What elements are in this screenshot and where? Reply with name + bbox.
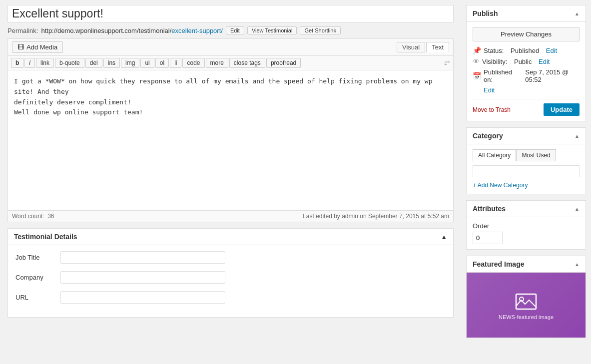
- category-box: Category ▲ All Category Most Used + Add …: [466, 127, 586, 194]
- pin-icon: 📌: [473, 46, 481, 54]
- category-title: Category: [473, 132, 503, 140]
- published-row: 📅 Published on: Sep 7, 2015 @ 05:52: [473, 68, 580, 83]
- post-title-input[interactable]: [7, 5, 454, 22]
- del-button[interactable]: del: [85, 58, 102, 68]
- code-button[interactable]: code: [182, 58, 204, 68]
- view-testimonial-button[interactable]: View Testimonial: [247, 26, 297, 34]
- publish-actions: Move to Trash Update: [473, 99, 580, 116]
- editor-wrap: 🎞 Add Media Visual Text b i link b-quote…: [7, 38, 454, 222]
- link-button[interactable]: link: [36, 58, 54, 68]
- sidebar: Publish ▲ Preview Changes 📌 Status: Publ…: [461, 0, 591, 364]
- publish-chevron-icon: ▲: [575, 11, 580, 16]
- expand-icon[interactable]: ⥂: [444, 59, 450, 67]
- status-value: Published: [511, 47, 539, 54]
- visibility-edit-link[interactable]: Edit: [539, 58, 550, 65]
- category-search-input[interactable]: [473, 165, 580, 177]
- most-used-tab[interactable]: Most Used: [516, 149, 556, 161]
- publish-box-header[interactable]: Publish ▲: [467, 5, 586, 22]
- attributes-box-body: Order: [467, 217, 586, 249]
- featured-image-box: Featured Image ▲ NEWS-featured image: [466, 256, 586, 338]
- status-edit-link[interactable]: Edit: [546, 47, 557, 54]
- li-button[interactable]: li: [170, 58, 181, 68]
- format-toolbar: b i link b-quote del ins img ul ol li co…: [8, 56, 453, 70]
- attributes-title: Attributes: [473, 205, 506, 213]
- text-tab[interactable]: Text: [426, 42, 449, 52]
- view-tabs: Visual Text: [397, 42, 449, 52]
- last-edited: Last edited by admin on September 7, 201…: [303, 213, 449, 220]
- permalink-url[interactable]: http://demo.wponlinesupport.com/testimon…: [41, 27, 222, 34]
- bold-button[interactable]: b: [11, 58, 23, 68]
- media-icon: 🎞: [17, 43, 24, 51]
- url-row: URL: [15, 291, 446, 304]
- more-button[interactable]: more: [206, 58, 228, 68]
- svg-rect-0: [516, 294, 536, 309]
- featured-image-title: Featured Image: [473, 260, 524, 268]
- visibility-label: Visibility:: [482, 58, 507, 65]
- move-to-trash-link[interactable]: Move to Trash: [473, 106, 511, 113]
- featured-image-body: NEWS-featured image: [467, 273, 586, 338]
- italic-button[interactable]: i: [24, 58, 35, 68]
- add-media-button[interactable]: 🎞 Add Media: [12, 41, 63, 53]
- featured-image-label: NEWS-featured image: [499, 314, 554, 320]
- url-label: URL: [15, 294, 55, 301]
- get-shortlink-button[interactable]: Get Shortlink: [300, 26, 341, 34]
- add-new-category-link[interactable]: + Add New Category: [473, 182, 528, 189]
- testimonial-details-body: Job Title Company URL: [8, 245, 453, 317]
- ul-button[interactable]: ul: [140, 58, 154, 68]
- ins-button[interactable]: ins: [103, 58, 120, 68]
- attributes-box: Attributes ▲ Order: [466, 200, 586, 250]
- company-input[interactable]: [60, 271, 225, 284]
- permalink-label: Permalink:: [7, 27, 38, 34]
- publish-title: Publish: [473, 9, 498, 17]
- attributes-chevron-icon: ▲: [575, 206, 580, 212]
- visibility-value: Public: [514, 58, 532, 65]
- permalink-row: Permalink: http://demo.wponlinesupport.c…: [7, 26, 454, 34]
- url-input[interactable]: [60, 291, 225, 304]
- editor-footer: Word count: 36 Last edited by admin on S…: [8, 210, 453, 222]
- visibility-row: 👁 Visibility: Public Edit: [473, 57, 580, 65]
- publish-box: Publish ▲ Preview Changes 📌 Status: Publ…: [466, 5, 586, 121]
- status-label: Status:: [484, 47, 504, 54]
- published-edit-link[interactable]: Edit: [484, 86, 495, 94]
- order-label: Order: [473, 222, 580, 230]
- featured-image-chevron-icon: ▲: [575, 262, 580, 267]
- published-date: Sep 7, 2015 @ 05:52: [525, 68, 580, 83]
- editor-body[interactable]: I got a *WOW* on how quick they response…: [8, 70, 453, 210]
- status-row: 📌 Status: Published Edit: [473, 46, 580, 54]
- publish-box-body: Preview Changes 📌 Status: Published Edit…: [467, 22, 586, 121]
- editor-toolbar-top: 🎞 Add Media Visual Text: [8, 39, 453, 56]
- testimonial-details-chevron: ▲: [441, 233, 447, 241]
- calendar-icon: 📅: [473, 72, 481, 80]
- job-title-label: Job Title: [15, 254, 55, 261]
- proofread-button[interactable]: proofread: [266, 58, 301, 68]
- featured-image-placeholder[interactable]: NEWS-featured image: [467, 273, 586, 338]
- featured-image-header[interactable]: Featured Image ▲: [467, 256, 586, 273]
- edit-permalink-button[interactable]: Edit: [226, 26, 244, 34]
- order-input[interactable]: [473, 232, 503, 244]
- visual-tab[interactable]: Visual: [397, 42, 425, 52]
- company-label: Company: [15, 274, 55, 281]
- featured-image-icon: [514, 290, 538, 314]
- category-box-body: All Category Most Used + Add New Categor…: [467, 144, 586, 194]
- job-title-input[interactable]: [60, 251, 225, 264]
- testimonial-details-box: Testimonial Details ▲ Job Title Company …: [7, 228, 454, 318]
- job-title-row: Job Title: [15, 251, 446, 264]
- close-tags-button[interactable]: close tags: [229, 58, 265, 68]
- word-count: Word count: 36: [12, 213, 54, 220]
- category-tabs: All Category Most Used: [473, 149, 580, 161]
- eye-icon: 👁: [473, 57, 480, 65]
- published-label: Published on:: [484, 68, 519, 83]
- testimonial-details-title: Testimonial Details: [14, 233, 77, 241]
- category-box-header[interactable]: Category ▲: [467, 128, 586, 144]
- bquote-button[interactable]: b-quote: [55, 58, 84, 68]
- attributes-box-header[interactable]: Attributes ▲: [467, 201, 586, 217]
- company-row: Company: [15, 271, 446, 284]
- img-button[interactable]: img: [121, 58, 139, 68]
- all-category-tab[interactable]: All Category: [473, 149, 516, 161]
- category-chevron-icon: ▲: [575, 133, 580, 139]
- preview-changes-button[interactable]: Preview Changes: [473, 27, 580, 41]
- ol-button[interactable]: ol: [155, 58, 169, 68]
- update-button[interactable]: Update: [544, 103, 580, 116]
- testimonial-details-header[interactable]: Testimonial Details ▲: [8, 229, 453, 245]
